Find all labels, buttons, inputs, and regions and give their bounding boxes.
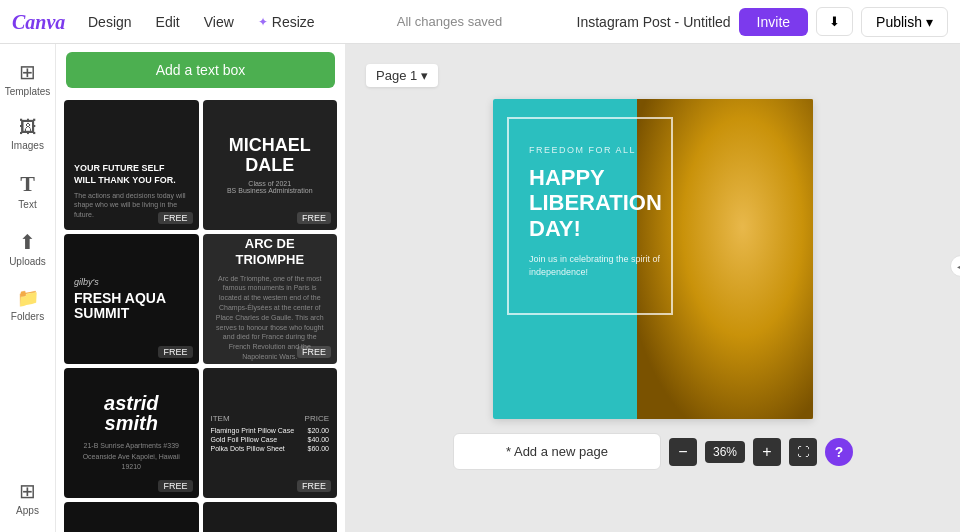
folders-icon: 📁 [17, 287, 39, 309]
images-icon: 🖼 [19, 117, 37, 138]
edit-nav-button[interactable]: Edit [148, 10, 188, 34]
document-title: Instagram Post - Untitled [577, 14, 731, 30]
card-arc: ARC DETRIOMPHE [235, 236, 304, 267]
canvas-page[interactable]: FREEDOM FOR ALL HAPPY LIBERATION DAY! Jo… [493, 99, 813, 419]
download-button[interactable]: ⬇ [816, 7, 853, 36]
sidebar: ⊞ Templates 🖼 Images T Text ⬆ Uploads 📁 … [0, 44, 56, 532]
card-summit: FRESH AQUASUMMIT [74, 291, 166, 322]
sidebar-label-apps: Apps [16, 505, 39, 516]
fullscreen-icon: ⛶ [797, 445, 809, 459]
sidebar-label-folders: Folders [11, 311, 44, 322]
template-card-fresh-aqua[interactable]: gilby's FRESH AQUASUMMIT FREE [64, 234, 199, 364]
page-indicator[interactable]: Page 1 ▾ [366, 64, 438, 87]
card-name: MICHAELDALE [229, 136, 311, 176]
free-badge: FREE [158, 480, 192, 492]
card-item-header: ITEM [211, 414, 230, 423]
free-badge: FREE [297, 346, 331, 358]
template-card-birthday[interactable]: HAPPY BIRTHDAY . Handsome! I wish to be … [203, 502, 338, 532]
card-name2: astridsmith [104, 393, 158, 433]
card-price-2: $40.00 [308, 436, 329, 443]
invite-button[interactable]: Invite [739, 8, 808, 36]
magic-icon: ✦ [258, 15, 268, 29]
template-card-astrid-smith[interactable]: astridsmith 21-B Sunrise Apartments #339… [64, 368, 199, 498]
sidebar-label-templates: Templates [5, 86, 51, 97]
card-price-1: $20.00 [308, 427, 329, 434]
svg-rect-6 [710, 357, 739, 416]
uploads-icon: ⬆ [19, 230, 36, 254]
sidebar-label-images: Images [11, 140, 44, 151]
resize-nav-button[interactable]: ✦ Resize [250, 10, 323, 34]
sidebar-item-apps[interactable]: ⊞ Apps [3, 471, 53, 524]
zoom-out-button[interactable]: − [669, 438, 697, 466]
topbar: Canva Design Edit View ✦ Resize All chan… [0, 0, 960, 44]
free-badge: FREE [297, 212, 331, 224]
sidebar-item-images[interactable]: 🖼 Images [3, 109, 53, 159]
fullscreen-button[interactable]: ⛶ [789, 438, 817, 466]
free-badge: FREE [158, 346, 192, 358]
chevron-down-icon: ▾ [926, 14, 933, 30]
text-icon: T [20, 171, 35, 197]
sidebar-item-folders[interactable]: 📁 Folders [3, 279, 53, 330]
save-status: All changes saved [331, 14, 569, 29]
canvas-freedom-text: FREEDOM FOR ALL [529, 145, 673, 155]
free-badge: FREE [158, 212, 192, 224]
sidebar-item-templates[interactable]: ⊞ Templates [3, 52, 53, 105]
card-address: 21-B Sunrise Apartments #339Oceanside Av… [83, 441, 180, 473]
svg-point-5 [720, 195, 788, 263]
template-card-future-self[interactable]: YOUR FUTURE SELF WILL THANK YOU FOR. The… [64, 100, 199, 230]
sidebar-item-text[interactable]: T Text [3, 163, 53, 218]
canva-logo[interactable]: Canva [12, 8, 72, 36]
help-button[interactable]: ? [825, 438, 853, 466]
template-card-invoice[interactable]: ITEM PRICE Flamingo Print Pillow Case $2… [203, 368, 338, 498]
canvas-area: Page 1 ▾ [346, 44, 960, 532]
canvas-subtitle: Join us in celebrating the spirit of ind… [529, 253, 673, 280]
apps-icon: ⊞ [19, 479, 36, 503]
add-page-button[interactable]: * Add a new page [453, 433, 661, 470]
canvas-main-title: HAPPY LIBERATION DAY! [529, 165, 673, 241]
download-icon: ⬇ [829, 14, 840, 29]
template-card-michael-dale[interactable]: MICHAELDALE Class of 2021BS Business Adm… [203, 100, 338, 230]
sidebar-label-uploads: Uploads [9, 256, 46, 267]
zoom-level: 36% [705, 441, 745, 463]
page-label: Page 1 [376, 68, 417, 83]
card-title: YOUR FUTURE SELF WILL THANK YOU FOR. [74, 163, 189, 186]
card-price-3: $60.00 [308, 445, 329, 452]
card-item-3: Polka Dots Pillow Sheet [211, 445, 285, 452]
design-nav-button[interactable]: Design [80, 10, 140, 34]
sidebar-item-uploads[interactable]: ⬆ Uploads [3, 222, 53, 275]
template-card-architecture[interactable]: ARCHITECTURE IS A VISUAL ART, AND THE BU… [64, 502, 199, 532]
bottom-bar: * Add a new page − 36% + ⛶ ? [453, 433, 853, 470]
templates-grid: YOUR FUTURE SELF WILL THANK YOU FOR. The… [56, 96, 345, 532]
card-class: Class of 2021BS Business Administration [227, 180, 313, 194]
canvas-content: FREEDOM FOR ALL HAPPY LIBERATION DAY! Jo… [513, 129, 689, 296]
canvas-inner: FREEDOM FOR ALL HAPPY LIBERATION DAY! Jo… [493, 99, 813, 419]
free-badge: FREE [297, 480, 331, 492]
card-item-2: Gold Foil Pillow Case [211, 436, 278, 443]
templates-icon: ⊞ [19, 60, 36, 84]
sidebar-label-text: Text [18, 199, 36, 210]
publish-button[interactable]: Publish ▾ [861, 7, 948, 37]
templates-panel: Add a text box YOUR FUTURE SELF WILL THA… [56, 44, 346, 532]
svg-point-3 [676, 171, 813, 386]
card-brand: gilby's [74, 277, 99, 287]
main-content: ⊞ Templates 🖼 Images T Text ⬆ Uploads 📁 … [0, 44, 960, 532]
template-card-arc-de-triomphe[interactable]: ARC DETRIOMPHE Arc de Triomphe, one of t… [203, 234, 338, 364]
add-textbox-button[interactable]: Add a text box [66, 52, 335, 88]
page-chevron-icon: ▾ [421, 68, 428, 83]
svg-text:Canva: Canva [12, 11, 65, 33]
zoom-in-button[interactable]: + [753, 438, 781, 466]
card-price-header: PRICE [305, 414, 329, 423]
view-nav-button[interactable]: View [196, 10, 242, 34]
card-item-1: Flamingo Print Pillow Case [211, 427, 295, 434]
